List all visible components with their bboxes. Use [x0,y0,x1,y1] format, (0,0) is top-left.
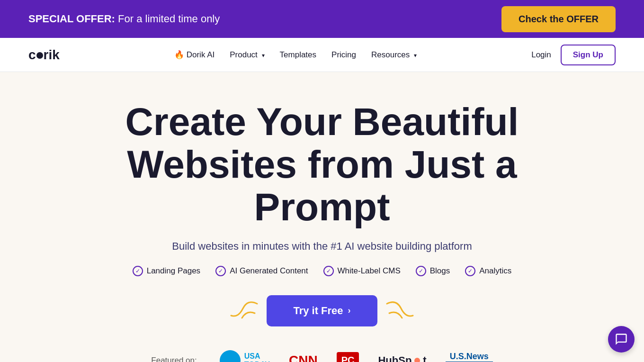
check-icon-analytics: ✓ [465,266,475,276]
featured-label: Featured on: [151,356,197,362]
pc-logo: PC [337,352,359,362]
nav-item-resources[interactable]: Resources ▾ [371,50,417,60]
chat-icon [615,333,628,346]
check-icon-ai: ✓ [215,266,226,276]
feature-label-ai: AI Generated Content [230,266,308,276]
resources-link[interactable]: Resources ▾ [371,50,417,59]
feature-blogs: ✓ Blogs [416,266,450,276]
hero-section: Create Your Beautiful Websites from Just… [0,72,644,362]
navbar: crik 🔥 Dorik AI Product ▾ Templates Pric… [0,38,644,72]
login-button[interactable]: Login [531,50,551,60]
chat-button[interactable] [608,326,635,353]
feature-landing-pages: ✓ Landing Pages [133,266,200,276]
featured-logos: USATODAY CNN PC HubSp t U.S.News & WORLD… [220,350,493,362]
featured-section: Featured on: USATODAY CNN PC HubSp t U.S… [151,350,492,362]
cta-area: Try it Free › [229,295,415,326]
check-offer-button[interactable]: Check the OFFER [501,6,616,32]
try-btn-arrow: › [348,306,351,316]
dorik-ai-link[interactable]: 🔥 Dorik AI [174,50,215,59]
banner-bold-text: SPECIAL OFFER: [28,13,115,25]
hero-title-line2: Websites from Just a Prompt [127,143,517,228]
product-link[interactable]: Product ▾ [230,50,264,59]
hubspot-dot [414,358,420,362]
nav-item-dorik-ai[interactable]: 🔥 Dorik AI [174,50,215,60]
squiggle-right-icon [382,297,415,325]
feature-label-landing: Landing Pages [147,266,200,276]
usa-today-logo: USATODAY [220,350,270,362]
usa-circle [220,350,241,362]
top-banner: SPECIAL OFFER: For a limited time only C… [0,0,644,38]
feature-ai-content: ✓ AI Generated Content [215,266,308,276]
logo-text: crik [28,47,60,63]
banner-text: SPECIAL OFFER: For a limited time only [28,13,220,25]
check-icon-landing: ✓ [133,266,143,276]
try-btn-label: Try it Free [293,305,343,317]
try-free-button[interactable]: Try it Free › [267,295,377,326]
nav-item-pricing[interactable]: Pricing [331,50,356,60]
banner-normal-text: For a limited time only [118,13,220,25]
hero-title-line1: Create Your Beautiful [125,100,519,143]
check-icon-blogs: ✓ [416,266,426,276]
hubspot-logo: HubSp t [378,354,426,362]
svg-point-0 [36,52,43,59]
feature-white-label: ✓ White-Label CMS [323,266,401,276]
usnews-top: U.S.News [450,352,489,362]
hero-features: ✓ Landing Pages ✓ AI Generated Content ✓… [133,266,512,276]
usa-today-text: USATODAY [244,352,270,362]
feature-analytics: ✓ Analytics [465,266,511,276]
resources-dropdown-arrow: ▾ [414,52,417,59]
pricing-link[interactable]: Pricing [331,50,356,59]
feature-label-wl: White-Label CMS [338,266,401,276]
hero-title: Create Your Beautiful Websites from Just… [85,100,559,229]
cnn-logo: CNN [289,353,318,362]
usnews-logo: U.S.News & WORLD REPORT [446,352,493,362]
signup-button[interactable]: Sign Up [561,45,616,65]
feature-label-analytics: Analytics [479,266,511,276]
nav-links: 🔥 Dorik AI Product ▾ Templates Pricing R… [174,50,417,60]
nav-actions: Login Sign Up [531,45,616,65]
check-icon-wl: ✓ [323,266,334,276]
nav-item-templates[interactable]: Templates [280,50,316,60]
templates-link[interactable]: Templates [280,50,316,59]
nav-item-product[interactable]: Product ▾ [230,50,264,60]
logo[interactable]: crik [28,47,60,63]
feature-label-blogs: Blogs [430,266,450,276]
squiggle-left-icon [229,297,262,325]
product-dropdown-arrow: ▾ [262,52,265,59]
hero-subtitle: Build websites in minutes with the #1 AI… [172,240,472,253]
